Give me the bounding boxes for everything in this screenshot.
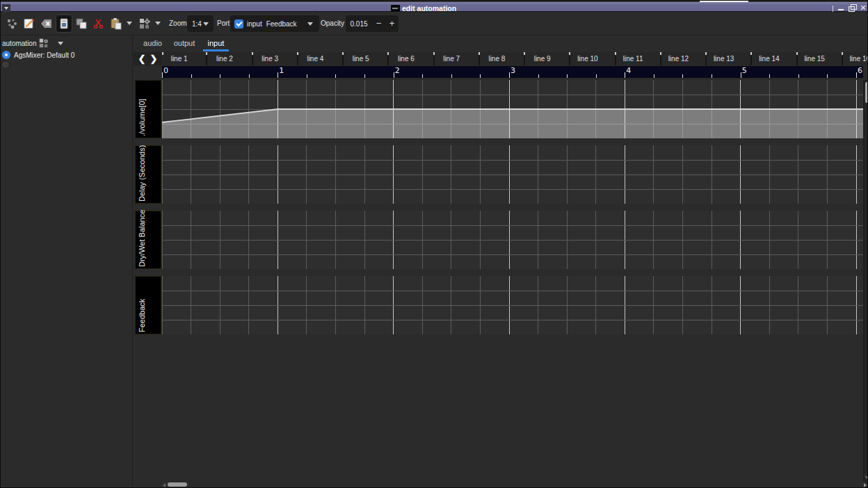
main-area: audiooutputinput ❮ ❯ line 1line 2line 3l… bbox=[134, 35, 868, 487]
machine-radio-row[interactable]: AgsMixer: Default 0 bbox=[2, 51, 74, 59]
port-select[interactable]: input Feedback bbox=[230, 15, 319, 32]
line-header[interactable]: line 7 bbox=[435, 52, 480, 65]
edit-button[interactable] bbox=[21, 15, 38, 33]
line-header[interactable]: line 11 bbox=[616, 52, 661, 65]
line-header[interactable]: line 4 bbox=[298, 52, 344, 65]
vertical-scrollbar[interactable] bbox=[863, 80, 868, 482]
tab-audio[interactable]: audio bbox=[137, 35, 168, 51]
tool-icon bbox=[38, 38, 49, 49]
position-cursor-button[interactable] bbox=[3, 15, 20, 33]
tab-input[interactable]: input bbox=[200, 35, 232, 51]
port-name: Feedback bbox=[266, 20, 297, 28]
paste-button[interactable] bbox=[108, 15, 124, 33]
ruler-number: 4 bbox=[626, 66, 631, 75]
line-header[interactable]: line 14 bbox=[752, 52, 797, 65]
opacity-spinner[interactable]: 0.015 − + bbox=[346, 15, 399, 32]
zoom-select[interactable]: 1:4 bbox=[187, 15, 214, 32]
automation-edit-grid[interactable] bbox=[162, 80, 863, 138]
port-label: Port bbox=[217, 12, 230, 35]
scroll-down-arrow-icon[interactable] bbox=[865, 476, 868, 479]
ruler-tick bbox=[335, 74, 336, 78]
line-header[interactable]: line 9 bbox=[525, 52, 570, 65]
tool-popup-button[interactable] bbox=[136, 15, 153, 33]
titlebar[interactable]: edit automation ✕ bbox=[1, 2, 868, 12]
restore-button[interactable] bbox=[848, 4, 856, 12]
ruler-tick bbox=[509, 72, 510, 78]
machine-radio-row[interactable] bbox=[1, 60, 10, 69]
line-header[interactable]: line 16 bbox=[843, 52, 868, 65]
ruler-tick bbox=[625, 72, 625, 78]
close-button[interactable]: ✕ bbox=[859, 3, 867, 12]
horizontal-scrollbar-thumb[interactable] bbox=[168, 482, 187, 487]
ruler-number: 3 bbox=[511, 66, 515, 75]
ruler-tick bbox=[741, 72, 741, 78]
ruler-tick bbox=[654, 74, 654, 78]
nav-forward-button[interactable]: ❯ bbox=[150, 52, 158, 65]
select-icon bbox=[58, 17, 70, 30]
ruler-tick bbox=[307, 74, 307, 78]
tool-dropdown[interactable] bbox=[153, 15, 162, 33]
ruler-tick bbox=[682, 74, 683, 78]
ruler-number: 0 bbox=[163, 66, 168, 75]
sidebar: automation AgsMixer: Default 0 bbox=[1, 35, 133, 487]
automation-lane: ./volume[0] bbox=[135, 80, 862, 138]
select-button[interactable] bbox=[56, 15, 72, 33]
ruler-tick bbox=[538, 74, 539, 78]
lane-label-text: ./volume[0] bbox=[138, 99, 146, 136]
line-header[interactable]: line 8 bbox=[480, 52, 525, 65]
chevron-down-icon bbox=[155, 22, 161, 25]
chevron-down-icon bbox=[4, 7, 8, 10]
line-header[interactable]: line 2 bbox=[207, 52, 252, 65]
machine-radio-unselected[interactable] bbox=[1, 60, 10, 69]
ruler-number: 1 bbox=[279, 66, 284, 75]
ruler-tick bbox=[769, 74, 770, 78]
lane-label: ./volume[0] bbox=[135, 80, 161, 138]
opacity-label: Opacity bbox=[321, 12, 344, 35]
cut-button[interactable] bbox=[90, 15, 107, 33]
ruler-tick bbox=[364, 74, 365, 78]
automation-edit-grid[interactable] bbox=[162, 211, 863, 269]
line-header[interactable]: line 1 bbox=[162, 52, 207, 65]
automation-edit-grid[interactable] bbox=[162, 276, 863, 334]
automation-edit-grid[interactable] bbox=[162, 145, 863, 204]
nav-back-button[interactable]: ❮ bbox=[138, 52, 146, 65]
ruler-tick bbox=[596, 74, 597, 78]
lane-label: Dry/Wet Balance bbox=[135, 211, 161, 269]
position-cursor-icon bbox=[6, 17, 18, 30]
automation-label: automation bbox=[2, 40, 36, 47]
minimize-button[interactable] bbox=[837, 4, 845, 12]
lane-label-text: Delay (Seconds) bbox=[138, 145, 146, 202]
vertical-scrollbar-thumb[interactable] bbox=[865, 82, 868, 103]
chevron-down-icon[interactable] bbox=[58, 42, 63, 45]
line-header[interactable]: line 15 bbox=[798, 52, 843, 65]
chevron-down-icon bbox=[203, 22, 209, 26]
ruler-tick bbox=[480, 74, 481, 78]
ruler-tick bbox=[422, 74, 423, 78]
copy-button[interactable] bbox=[73, 15, 90, 33]
clear-icon bbox=[40, 17, 53, 30]
edit-tools-dropdown[interactable] bbox=[124, 15, 134, 33]
line-header[interactable]: line 13 bbox=[707, 52, 752, 65]
port-checkbox[interactable] bbox=[234, 19, 243, 29]
clear-button[interactable] bbox=[38, 15, 55, 33]
automation-grid-svg bbox=[162, 276, 863, 334]
ruler-number: 6 bbox=[858, 66, 862, 75]
automation-lane: Delay (Seconds) bbox=[135, 145, 862, 204]
port-scope: input bbox=[247, 20, 262, 28]
opacity-increment-button[interactable]: + bbox=[385, 15, 399, 32]
line-header[interactable]: line 12 bbox=[661, 52, 707, 65]
line-header[interactable]: line 5 bbox=[344, 52, 389, 65]
ruler-tick bbox=[249, 74, 250, 78]
lane-label: Delay (Seconds) bbox=[135, 145, 161, 204]
edit-icon bbox=[23, 17, 35, 30]
lane-label-text: Dry/Wet Balance bbox=[138, 210, 146, 267]
opacity-decrement-button[interactable]: − bbox=[372, 15, 385, 32]
line-header[interactable]: line 10 bbox=[570, 52, 616, 65]
tool-icon bbox=[138, 17, 151, 30]
line-headers: line 1line 2line 3line 4line 5line 6line… bbox=[162, 52, 868, 65]
tab-output[interactable]: output bbox=[168, 35, 200, 51]
machine-radio-selected[interactable] bbox=[2, 51, 10, 59]
line-header[interactable]: line 6 bbox=[389, 52, 434, 65]
chevron-down-icon bbox=[307, 22, 313, 26]
line-header[interactable]: line 3 bbox=[253, 52, 298, 65]
